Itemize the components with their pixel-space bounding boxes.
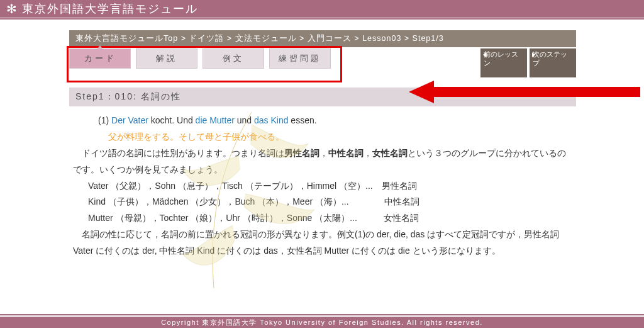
tab-card[interactable]: カード xyxy=(69,48,131,69)
example-translation: 父が料理をする。そして母と子供が食べる。 xyxy=(108,129,572,145)
footer: Copyright 東京外国語大学 Tokyo University of Fo… xyxy=(0,317,644,328)
ex-p2: die Mutter xyxy=(196,115,235,125)
example-number: (1) xyxy=(98,115,109,125)
noun-row-feminine: Mutter （母親），Tochter （娘），Uhr （時計），Sonne （… xyxy=(88,210,572,227)
tab-examples[interactable]: 例文 xyxy=(203,48,264,69)
noun-row-masculine: Vater （父親），Sohn （息子），Tisch （テーブル），Himmel… xyxy=(88,178,572,195)
breadcrumb[interactable]: 東外大言語モジュールTop > ドイツ語 > 文法モジュール > 入門コース >… xyxy=(69,30,576,47)
ex-p0: Der Vater xyxy=(111,115,148,125)
tab-explanation[interactable]: 解説 xyxy=(136,48,197,69)
intro-paragraph: ドイツ語の名詞には性別があります。つまり名詞は男性名詞，中性名詞，女性名詞という… xyxy=(73,145,572,178)
prev-label: 前のレッスン xyxy=(484,50,518,67)
example-sentence: (1) Der Vater kocht. Und die Mutter und … xyxy=(98,113,572,129)
app-title: 東京外国語大学言語モジュール xyxy=(22,1,198,16)
ex-p5: essen. xyxy=(288,115,316,125)
main-content: 東外大言語モジュールTop > ドイツ語 > 文法モジュール > 入門コース >… xyxy=(69,30,576,309)
explanation-paragraph: 名詞の性に応じて，名詞の前に置かれる冠詞の形が異なります。例文(1)の der,… xyxy=(73,227,572,259)
tab-row: カード 解説 例文 練習問題 前のレッスン 次のステップ xyxy=(69,48,576,77)
logo-asterisk-icon: ✻ xyxy=(6,1,18,16)
app-header: ✻ 東京外国語大学言語モジュール xyxy=(0,0,644,18)
ex-p4: das Kind xyxy=(254,115,288,125)
tab-exercises[interactable]: 練習問題 xyxy=(269,48,331,69)
lesson-body: (1) Der Vater kocht. Und die Mutter und … xyxy=(69,113,576,259)
step-title: Step1：010: 名詞の性 xyxy=(69,88,576,106)
noun-row-neuter: Kind （子供），Mädchen （少女），Buch （本），Meer （海）… xyxy=(88,194,572,210)
prev-lesson-button[interactable]: 前のレッスン xyxy=(480,48,527,77)
next-step-button[interactable]: 次のステップ xyxy=(530,48,576,77)
ex-p3: und xyxy=(235,115,254,125)
ex-p1: kocht. Und xyxy=(148,115,196,125)
next-label: 次のステップ xyxy=(533,50,567,67)
